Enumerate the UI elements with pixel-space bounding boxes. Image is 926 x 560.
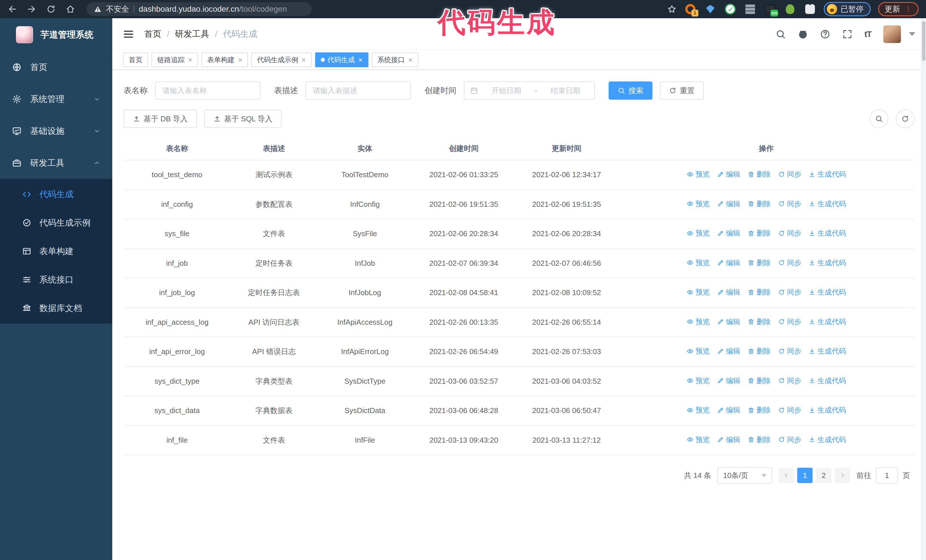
action-delete[interactable]: 删除 — [747, 434, 771, 445]
search-icon[interactable] — [776, 29, 786, 39]
action-sync[interactable]: 同步 — [778, 375, 801, 386]
sidebar-subitem-form-build[interactable]: 表单构建 — [0, 237, 112, 266]
date-range-picker[interactable]: 开始日期 - 结束日期 — [464, 82, 595, 100]
page-button-1[interactable]: 1 — [797, 468, 813, 483]
action-preview[interactable]: 预览 — [687, 198, 710, 210]
close-icon[interactable]: × — [188, 56, 192, 63]
close-icon[interactable]: × — [238, 56, 242, 63]
action-preview[interactable]: 预览 — [687, 434, 710, 445]
action-generate[interactable]: 生成代码 — [809, 257, 846, 269]
page-button-2[interactable]: 2 — [816, 468, 831, 483]
action-generate[interactable]: 生成代码 — [809, 316, 846, 328]
action-edit[interactable]: 编辑 — [717, 227, 740, 239]
action-generate[interactable]: 生成代码 — [809, 404, 846, 416]
tab-系统接口[interactable]: 系统接口× — [372, 53, 418, 67]
action-edit[interactable]: 编辑 — [717, 434, 740, 445]
action-generate[interactable]: 生成代码 — [809, 375, 846, 386]
search-button[interactable]: 搜索 — [608, 82, 652, 100]
action-delete[interactable]: 删除 — [747, 316, 771, 328]
action-sync[interactable]: 同步 — [778, 198, 801, 210]
action-edit[interactable]: 编辑 — [717, 257, 740, 269]
breadcrumb-item[interactable]: 首页 — [144, 28, 161, 40]
tab-代码生成[interactable]: 代码生成× — [315, 53, 368, 67]
import-db-button[interactable]: 基于 DB 导入 — [124, 110, 197, 128]
browser-forward-icon[interactable] — [27, 4, 36, 14]
action-preview[interactable]: 预览 — [687, 227, 710, 239]
tab-代码生成示例[interactable]: 代码生成示例× — [251, 53, 312, 67]
action-edit[interactable]: 编辑 — [717, 168, 740, 180]
extension-icon[interactable] — [744, 3, 757, 15]
profile-paused-badge[interactable]: 已暂停 — [824, 2, 871, 16]
action-preview[interactable]: 预览 — [687, 257, 710, 269]
browser-back-icon[interactable] — [8, 4, 17, 14]
reset-button[interactable]: 重置 — [660, 82, 704, 100]
action-generate[interactable]: 生成代码 — [809, 434, 846, 445]
action-delete[interactable]: 删除 — [747, 168, 771, 180]
extension-icon[interactable]: on — [764, 3, 776, 15]
fullscreen-icon[interactable] — [842, 29, 852, 39]
action-delete[interactable]: 删除 — [747, 198, 771, 210]
avatar[interactable] — [883, 25, 901, 43]
sidebar-item-system[interactable]: 系统管理 — [0, 83, 112, 115]
action-edit[interactable]: 编辑 — [717, 375, 740, 386]
tab-链路追踪[interactable]: 链路追踪× — [151, 53, 198, 67]
extension-icon[interactable]: ✓ — [724, 3, 737, 15]
security-label[interactable]: 不安全 — [106, 4, 129, 14]
sidebar-subitem-codegen[interactable]: 代码生成 — [0, 180, 112, 208]
action-preview[interactable]: 预览 — [687, 286, 710, 298]
action-generate[interactable]: 生成代码 — [809, 198, 846, 210]
prev-page-button[interactable] — [778, 468, 794, 483]
action-generate[interactable]: 生成代码 — [809, 227, 846, 239]
caret-down-icon[interactable] — [909, 32, 915, 36]
refresh-table-button[interactable] — [896, 109, 915, 128]
next-page-button[interactable] — [835, 468, 850, 483]
scrollbar-thumb[interactable] — [922, 21, 925, 61]
sidebar-subitem-codegen-example[interactable]: 代码生成示例 — [0, 208, 112, 237]
sidebar-item-devtools[interactable]: 研发工具 — [0, 147, 112, 179]
action-edit[interactable]: 编辑 — [717, 198, 740, 210]
action-generate[interactable]: 生成代码 — [809, 286, 846, 298]
sidebar-item-infra[interactable]: 基础设施 — [0, 115, 112, 147]
logo[interactable]: 芋道管理系统 — [0, 18, 112, 51]
action-sync[interactable]: 同步 — [778, 316, 801, 328]
browser-home-icon[interactable] — [65, 4, 75, 14]
table-name-input[interactable] — [155, 82, 260, 100]
action-delete[interactable]: 删除 — [747, 227, 771, 239]
browser-reload-icon[interactable] — [46, 4, 56, 14]
page-size-select[interactable]: 10条/页 — [717, 467, 772, 484]
action-sync[interactable]: 同步 — [778, 404, 801, 416]
font-size-icon[interactable]: tT — [864, 29, 871, 39]
address-bar[interactable]: 不安全 dashboard.yudao.iocoder.cn/tool/code… — [86, 2, 312, 16]
extension-icon[interactable]: 1 — [684, 3, 697, 15]
help-icon[interactable] — [820, 29, 830, 39]
action-preview[interactable]: 预览 — [687, 345, 710, 357]
dots-vertical-icon[interactable] — [905, 5, 912, 13]
action-preview[interactable]: 预览 — [687, 316, 710, 328]
action-delete[interactable]: 删除 — [747, 375, 771, 386]
breadcrumb-item[interactable]: 研发工具 — [175, 28, 209, 40]
tab-表单构建[interactable]: 表单构建× — [201, 53, 248, 67]
action-delete[interactable]: 删除 — [747, 345, 771, 357]
sidebar-subitem-db-doc[interactable]: 数据库文档 — [0, 294, 112, 323]
action-edit[interactable]: 编辑 — [717, 286, 740, 298]
toggle-search-button[interactable] — [870, 109, 888, 128]
action-delete[interactable]: 删除 — [747, 286, 771, 298]
extension-icon[interactable] — [804, 3, 816, 15]
action-preview[interactable]: 预览 — [687, 375, 710, 386]
action-sync[interactable]: 同步 — [778, 286, 801, 298]
goto-page-input[interactable] — [876, 467, 898, 484]
sidebar-item-home[interactable]: 首页 — [0, 51, 112, 83]
action-generate[interactable]: 生成代码 — [809, 345, 846, 357]
action-delete[interactable]: 删除 — [747, 404, 771, 416]
import-sql-button[interactable]: 基于 SQL 导入 — [204, 110, 282, 128]
tab-首页[interactable]: 首页 — [123, 53, 148, 67]
table-desc-input[interactable] — [306, 82, 411, 100]
action-sync[interactable]: 同步 — [778, 345, 801, 357]
action-sync[interactable]: 同步 — [778, 434, 801, 445]
close-icon[interactable]: × — [359, 56, 363, 63]
action-sync[interactable]: 同步 — [778, 257, 801, 269]
action-preview[interactable]: 预览 — [687, 168, 710, 180]
hamburger-icon[interactable] — [123, 29, 134, 39]
action-edit[interactable]: 编辑 — [717, 316, 740, 328]
bookmark-star-icon[interactable] — [667, 4, 677, 14]
